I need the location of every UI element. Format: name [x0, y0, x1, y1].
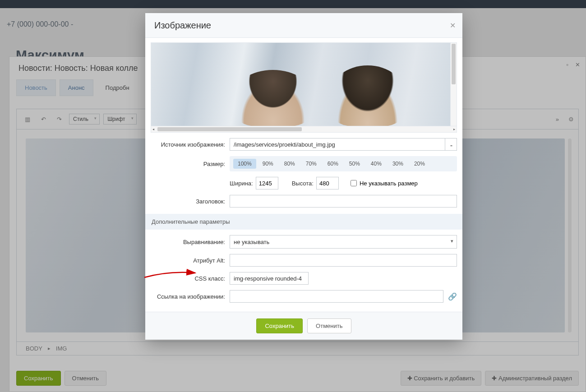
- label-css-class: CSS класс:: [151, 275, 230, 282]
- label-source: Источник изображения:: [151, 141, 230, 148]
- preview-scrollbar-h-thumb[interactable]: [157, 127, 302, 131]
- preview-image: [151, 43, 450, 126]
- link-input[interactable]: [230, 290, 443, 303]
- size-60[interactable]: 60%: [323, 159, 343, 169]
- dialog-header: Изображение ✕: [145, 13, 462, 38]
- preview-scrollbar-vertical[interactable]: [450, 43, 457, 126]
- label-height: Высота:: [292, 180, 314, 187]
- label-align: Выравнивание:: [151, 239, 230, 245]
- row-dimensions: Ширина: Высота: Не указывать размер: [151, 177, 457, 189]
- label-nosize: Не указывать размер: [360, 180, 418, 187]
- link-icon[interactable]: 🔗: [448, 292, 457, 301]
- alt-input[interactable]: [230, 254, 457, 267]
- row-size: Размер: 100% 90% 80% 70% 60% 50% 40% 30%…: [151, 156, 457, 171]
- preview-scrollbar-horizontal[interactable]: [151, 126, 457, 132]
- row-title: Заголовок:: [151, 195, 457, 208]
- size-80[interactable]: 80%: [280, 159, 300, 169]
- dialog-body: Источник изображения: ... Размер: 100% 9…: [145, 38, 462, 312]
- size-100[interactable]: 100%: [233, 159, 256, 169]
- close-icon[interactable]: ✕: [450, 21, 456, 30]
- css-class-input[interactable]: [230, 272, 309, 285]
- dialog-cancel-button[interactable]: Отменить: [307, 318, 351, 333]
- nosize-checkbox[interactable]: [351, 180, 357, 186]
- row-align: Выравнивание: не указывать: [151, 235, 457, 249]
- dialog-save-button[interactable]: Сохранить: [256, 318, 303, 333]
- section-extra-params: Дополнительные параметры: [145, 214, 462, 230]
- dialog-footer: Сохранить Отменить: [145, 312, 462, 340]
- label-link: Ссылка на изображении:: [151, 293, 230, 300]
- row-source: Источник изображения: ...: [151, 138, 457, 151]
- label-title: Заголовок:: [151, 198, 230, 205]
- height-input[interactable]: [316, 177, 339, 189]
- size-20[interactable]: 20%: [410, 159, 429, 169]
- size-50[interactable]: 50%: [345, 159, 365, 169]
- size-90[interactable]: 90%: [258, 159, 278, 169]
- dialog-title: Изображение: [154, 20, 211, 31]
- nosize-checkbox-wrap[interactable]: Не указывать размер: [351, 180, 418, 187]
- size-30[interactable]: 30%: [388, 159, 408, 169]
- size-40[interactable]: 40%: [366, 159, 386, 169]
- image-preview: [151, 42, 457, 133]
- size-selector: 100% 90% 80% 70% 60% 50% 40% 30% 20%: [230, 156, 457, 171]
- row-alt: Атрибут Alt:: [151, 254, 457, 267]
- label-size: Размер:: [151, 161, 230, 167]
- label-alt: Атрибут Alt:: [151, 257, 230, 264]
- title-input[interactable]: [230, 195, 457, 208]
- label-width: Ширина:: [230, 180, 253, 187]
- image-dialog: Изображение ✕ Источник изображения: ... …: [145, 13, 462, 340]
- size-70[interactable]: 70%: [301, 159, 321, 169]
- source-input[interactable]: [230, 138, 445, 151]
- row-css-class: CSS класс:: [151, 272, 457, 285]
- source-browse-button[interactable]: ...: [445, 138, 457, 151]
- row-link: Ссылка на изображении: 🔗: [151, 290, 457, 303]
- width-input[interactable]: [256, 177, 278, 189]
- align-select[interactable]: не указывать: [230, 235, 457, 249]
